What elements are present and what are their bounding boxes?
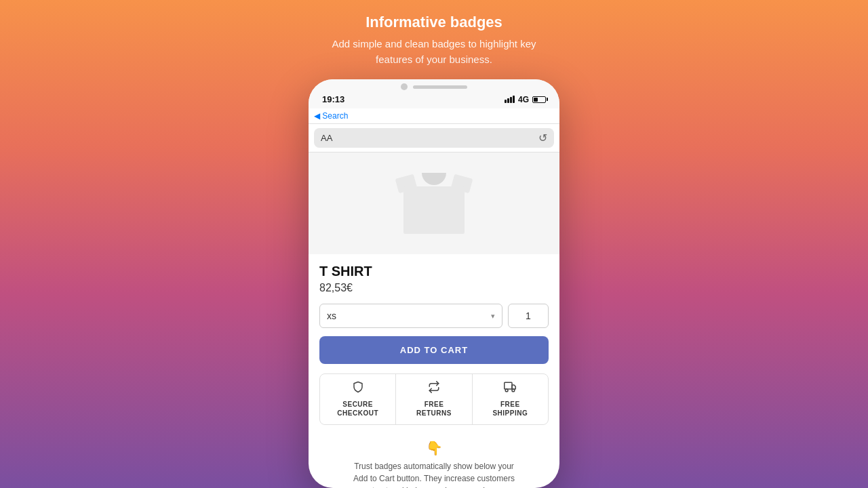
product-price: 82,53€ bbox=[319, 282, 549, 294]
tshirt-body bbox=[403, 186, 465, 234]
address-text: AA bbox=[321, 133, 332, 143]
product-info: T SHIRT 82,53€ bbox=[309, 254, 559, 294]
address-bar[interactable]: AA ↺ bbox=[314, 128, 554, 148]
add-to-cart-button[interactable]: ADD TO CART bbox=[319, 336, 549, 364]
product-controls: xs ▾ 1 bbox=[309, 304, 559, 328]
page-header: Informative badges Add simple and clean … bbox=[318, 14, 549, 67]
badge-returns-label: FREERETURNS bbox=[416, 400, 452, 418]
status-icons: 4G bbox=[505, 95, 546, 104]
browser-bar: ◀ Search bbox=[309, 108, 559, 124]
page-subtitle: Add simple and clean badges to highlight… bbox=[332, 37, 536, 67]
product-name: T SHIRT bbox=[319, 264, 549, 279]
phone-notch-bar bbox=[413, 85, 467, 89]
badge-free-returns: FREERETURNS bbox=[396, 374, 472, 424]
signal-bar-2 bbox=[507, 98, 509, 103]
shipping-icon bbox=[504, 381, 516, 396]
quantity-input[interactable]: 1 bbox=[508, 304, 549, 328]
reload-button[interactable]: ↺ bbox=[538, 131, 547, 144]
battery-fill bbox=[534, 98, 538, 102]
svg-point-2 bbox=[512, 389, 515, 392]
phone-mockup: 19:13 4G ◀ Search AA ↺ bbox=[309, 79, 559, 488]
shield-icon bbox=[352, 381, 364, 396]
size-select[interactable]: xs ▾ bbox=[319, 304, 502, 328]
status-time: 19:13 bbox=[322, 94, 344, 104]
signal-bar-4 bbox=[513, 96, 515, 103]
badge-secure-label: SECURECHECKOUT bbox=[337, 400, 378, 418]
phone-top-bar: 19:13 4G bbox=[309, 79, 559, 108]
tshirt-collar bbox=[422, 173, 446, 185]
signal-bar-1 bbox=[505, 100, 507, 103]
signal-bar-3 bbox=[510, 97, 512, 103]
browser-area: ◀ Search AA ↺ bbox=[309, 108, 559, 152]
page-title: Informative badges bbox=[332, 14, 536, 31]
back-search-btn[interactable]: ◀ Search bbox=[314, 111, 348, 121]
badge-shipping-label: FREESHIPPING bbox=[492, 400, 528, 418]
chevron-down-icon: ▾ bbox=[491, 312, 495, 321]
badge-free-shipping: FREESHIPPING bbox=[473, 374, 548, 424]
status-bar: 19:13 4G bbox=[319, 93, 549, 106]
trust-badges: SECURECHECKOUT FREERETURNS bbox=[319, 373, 549, 425]
svg-point-1 bbox=[506, 389, 509, 392]
network-label: 4G bbox=[518, 95, 529, 104]
bottom-section: 👇 Trust badges automatically show below … bbox=[309, 434, 559, 488]
svg-rect-0 bbox=[505, 382, 512, 389]
phone-notch bbox=[319, 83, 549, 90]
returns-icon bbox=[428, 381, 440, 396]
tshirt-image bbox=[397, 173, 471, 234]
badge-secure-checkout: SECURECHECKOUT bbox=[320, 374, 396, 424]
battery-icon bbox=[532, 96, 546, 103]
bottom-text: Trust badges automatically show below yo… bbox=[319, 460, 549, 488]
signal-bars bbox=[505, 96, 515, 103]
size-value: xs bbox=[327, 310, 336, 321]
phone-camera bbox=[401, 83, 408, 90]
product-image-area bbox=[309, 152, 559, 254]
pointer-emoji: 👇 bbox=[319, 440, 549, 456]
